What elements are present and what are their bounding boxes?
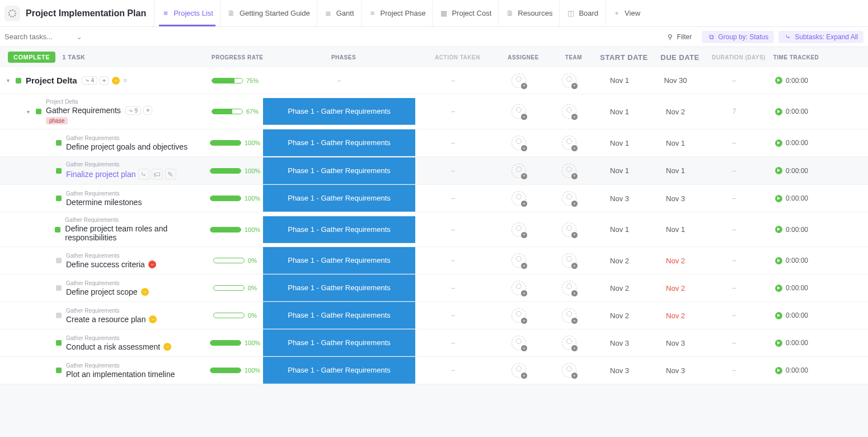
team-cell[interactable]: [547, 104, 592, 119]
subtask-icon[interactable]: ⤷: [138, 169, 149, 180]
assignee-cell[interactable]: [491, 191, 547, 206]
phase-cell[interactable]: Phase 1 - Gather Requirements: [263, 247, 415, 274]
task-name[interactable]: Project Delta: [26, 76, 77, 85]
chevron-down-icon[interactable]: ⌄: [76, 32, 82, 41]
action-cell[interactable]: –: [415, 284, 491, 292]
tab-resources[interactable]: 🗎Resources: [498, 0, 559, 26]
status-square[interactable]: [56, 168, 62, 174]
progress-cell[interactable]: 100%: [207, 140, 263, 146]
subtasks-button[interactable]: ⤷ Subtasks: Expand All: [778, 31, 864, 43]
task-row[interactable]: Gather RequirementsPlot an implementatio…: [0, 357, 868, 384]
progress-cell[interactable]: 100%: [207, 226, 263, 233]
due-date[interactable]: Nov 2: [648, 284, 703, 292]
phase-cell[interactable]: Phase 1 - Gather Requirements: [263, 98, 415, 125]
team-cell[interactable]: [547, 136, 592, 150]
start-date[interactable]: Nov 1: [592, 108, 648, 116]
start-date[interactable]: Nov 1: [592, 166, 648, 175]
phase-cell[interactable]: Phase 1 - Gather Requirements: [263, 302, 415, 329]
duration-cell[interactable]: 7: [703, 108, 765, 115]
assignee-cell[interactable]: [491, 73, 547, 88]
assignee-cell[interactable]: [491, 308, 547, 323]
time-cell[interactable]: 0:00:00: [765, 339, 818, 347]
action-cell[interactable]: –: [415, 312, 491, 319]
tab-project-phase[interactable]: ≡Project Phase: [361, 0, 433, 26]
status-square[interactable]: [56, 340, 62, 346]
task-row[interactable]: Gather RequirementsCreate a resource pla…: [0, 302, 868, 329]
task-name[interactable]: Gather Requirements: [46, 106, 121, 115]
due-date[interactable]: Nov 3: [648, 194, 703, 203]
phase-cell[interactable]: Phase 1 - Gather Requirements: [263, 275, 415, 301]
add-subtask-button[interactable]: +: [100, 76, 109, 85]
phase-cell[interactable]: Phase 1 - Gather Requirements: [263, 185, 415, 212]
action-cell[interactable]: –: [415, 257, 491, 264]
due-date[interactable]: Nov 1: [648, 166, 703, 175]
app-icon[interactable]: [4, 6, 20, 21]
tab-gantt[interactable]: ≣Gantt: [317, 0, 361, 26]
start-date[interactable]: Nov 1: [592, 139, 648, 147]
duration-cell[interactable]: –: [703, 77, 765, 85]
time-cell[interactable]: 0:00:00: [765, 77, 818, 85]
duration-cell[interactable]: –: [703, 312, 765, 319]
assignee-cell[interactable]: [491, 281, 547, 295]
time-cell[interactable]: 0:00:00: [765, 194, 818, 202]
time-cell[interactable]: 0:00:00: [765, 257, 818, 264]
team-cell[interactable]: [547, 253, 592, 268]
tab-board[interactable]: ◫Board: [559, 0, 605, 26]
progress-cell[interactable]: 0%: [207, 312, 263, 319]
time-cell[interactable]: 0:00:00: [765, 226, 818, 234]
time-cell[interactable]: 0:00:00: [765, 366, 818, 374]
progress-cell[interactable]: 0%: [207, 285, 263, 291]
time-cell[interactable]: 0:00:00: [765, 284, 818, 292]
action-cell[interactable]: –: [415, 366, 491, 374]
caret-icon[interactable]: ▾: [7, 77, 15, 83]
task-row[interactable]: Gather RequirementsDefine project team r…: [0, 212, 868, 247]
progress-cell[interactable]: 67%: [207, 108, 263, 115]
status-square[interactable]: [55, 227, 60, 233]
priority-icon[interactable]: −: [148, 261, 156, 268]
assignee-cell[interactable]: [491, 164, 547, 178]
time-cell[interactable]: 0:00:00: [765, 139, 818, 147]
caret-icon[interactable]: ▾: [27, 109, 35, 115]
priority-icon[interactable]: −: [163, 343, 171, 351]
task-row[interactable]: Gather RequirementsConduct a risk assess…: [0, 329, 868, 357]
subtask-chip[interactable]: ⤷ 4: [82, 76, 97, 85]
time-cell[interactable]: 0:00:00: [765, 312, 818, 319]
phase-cell[interactable]: Phase 1 - Gather Requirements: [263, 329, 415, 356]
priority-icon[interactable]: −: [141, 288, 149, 296]
task-row[interactable]: Gather RequirementsDetermine milestones1…: [0, 185, 868, 212]
duration-cell[interactable]: –: [703, 167, 765, 175]
subtask-chip[interactable]: ⤷ 9: [125, 106, 141, 115]
status-square[interactable]: [36, 109, 41, 114]
due-date[interactable]: Nov 2: [648, 312, 703, 320]
tab-projects-list[interactable]: ≡Projects List: [154, 0, 220, 26]
start-date[interactable]: Nov 1: [592, 225, 648, 234]
due-date[interactable]: Nov 1: [648, 139, 703, 147]
task-name[interactable]: Finalize project plan: [66, 170, 136, 179]
status-square[interactable]: [56, 285, 62, 291]
team-cell[interactable]: [547, 222, 592, 237]
duration-cell[interactable]: –: [703, 339, 765, 347]
phase-cell[interactable]: Phase 1 - Gather Requirements: [263, 357, 415, 384]
tab-getting-started-guide[interactable]: 🗎Getting Started Guide: [220, 0, 317, 26]
duration-cell[interactable]: –: [703, 366, 765, 374]
col-start[interactable]: START DATE: [596, 53, 652, 62]
duration-cell[interactable]: –: [703, 226, 765, 234]
col-phases[interactable]: PHASES: [268, 54, 420, 61]
assignee-cell[interactable]: [491, 336, 547, 350]
groupby-button[interactable]: ⧉ Group by: Status: [702, 31, 774, 43]
col-due[interactable]: DUE DATE: [652, 53, 708, 62]
search-box[interactable]: ⌄: [4, 32, 111, 41]
action-cell[interactable]: –: [415, 226, 491, 234]
tab-view[interactable]: +View: [605, 0, 647, 26]
progress-cell[interactable]: 100%: [207, 367, 263, 374]
team-cell[interactable]: [547, 363, 592, 378]
status-square[interactable]: [56, 313, 62, 318]
task-row[interactable]: Gather RequirementsDefine success criter…: [0, 247, 868, 275]
action-cell[interactable]: –: [415, 194, 491, 202]
team-cell[interactable]: [547, 308, 592, 323]
due-date[interactable]: Nov 2: [648, 257, 703, 265]
assignee-cell[interactable]: [491, 363, 547, 378]
phase-cell[interactable]: Phase 1 - Gather Requirements: [263, 157, 415, 184]
task-name[interactable]: Conduct a risk assessment: [66, 342, 160, 351]
search-input[interactable]: [4, 32, 72, 41]
